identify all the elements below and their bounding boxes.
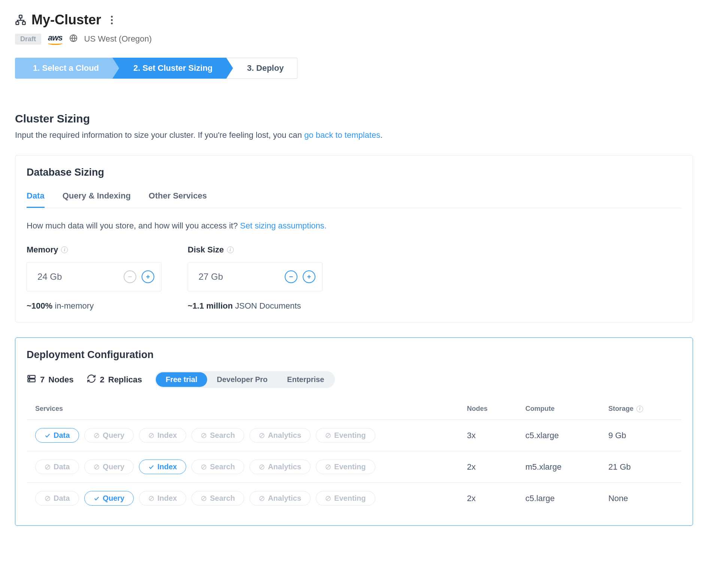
chip-label: Analytics <box>268 431 301 440</box>
memory-increment-button[interactable] <box>142 270 154 283</box>
service-chip-query[interactable]: Query <box>84 428 134 443</box>
svg-line-23 <box>327 434 330 437</box>
aws-logo: aws <box>48 33 63 45</box>
chip-label: Analytics <box>268 463 301 471</box>
info-icon[interactable]: i <box>227 246 234 253</box>
service-chip-eventing[interactable]: Eventing <box>316 428 375 443</box>
plan-free-trial[interactable]: Free trial <box>156 372 207 387</box>
disk-subtext: ~1.1 million JSON Documents <box>188 301 323 311</box>
disk-decrement-button[interactable] <box>285 270 297 283</box>
nodes-summary: 7 Nodes <box>27 374 74 386</box>
table-row: DataQueryIndexSearchAnalyticsEventing3xc… <box>27 420 681 451</box>
service-chip-query[interactable]: Query <box>84 491 134 506</box>
step-deploy[interactable]: 3. Deploy <box>226 58 298 79</box>
go-back-templates-link[interactable]: go back to templates <box>304 130 380 140</box>
service-chip-search[interactable]: Search <box>191 491 244 506</box>
service-chip-analytics[interactable]: Analytics <box>249 460 311 474</box>
refresh-icon <box>87 374 96 386</box>
check-icon <box>148 464 154 470</box>
cell-compute: c5.large <box>517 483 600 514</box>
ban-icon <box>259 495 265 501</box>
service-chip-index[interactable]: Index <box>139 428 186 443</box>
chip-label: Index <box>157 463 177 471</box>
status-badge: Draft <box>15 34 41 45</box>
plan-developer-pro[interactable]: Developer Pro <box>207 372 278 387</box>
section-desc-text: Input the required information to size y… <box>15 130 304 140</box>
service-chip-data[interactable]: Data <box>35 491 79 506</box>
service-chip-search[interactable]: Search <box>191 460 244 474</box>
chip-label: Search <box>210 431 235 440</box>
cell-compute: c5.xlarge <box>517 420 600 451</box>
check-icon <box>94 495 100 501</box>
service-chip-analytics[interactable]: Analytics <box>249 428 311 443</box>
th-services: Services <box>27 398 459 420</box>
tab-query-indexing[interactable]: Query & Indexing <box>63 187 131 208</box>
chip-label: Search <box>210 494 235 503</box>
deployment-config-card: Deployment Configuration 7 Nodes 2 Repli… <box>15 337 693 526</box>
memory-value: 24 Gb <box>37 272 62 282</box>
cluster-icon <box>15 14 26 25</box>
service-chip-index[interactable]: Index <box>139 491 186 506</box>
memory-decrement-button[interactable] <box>124 270 136 283</box>
service-chip-search[interactable]: Search <box>191 428 244 443</box>
cell-storage: None <box>600 483 681 514</box>
service-chip-index[interactable]: Index <box>139 460 186 474</box>
ban-icon <box>201 464 207 470</box>
disk-label: Disk Size <box>188 245 224 255</box>
plan-enterprise[interactable]: Enterprise <box>277 372 334 387</box>
step-cluster-sizing[interactable]: 2. Set Cluster Sizing <box>112 58 226 79</box>
cell-storage: 21 Gb <box>600 451 681 483</box>
ban-icon <box>325 464 331 470</box>
page-title: My-Cluster <box>31 12 101 28</box>
db-body-text: How much data will you store, and how wi… <box>27 221 240 230</box>
ban-icon <box>94 433 100 439</box>
more-menu-button[interactable] <box>106 15 117 25</box>
ban-icon <box>201 495 207 501</box>
tab-other-services[interactable]: Other Services <box>149 187 207 208</box>
th-nodes: Nodes <box>459 398 517 420</box>
step-select-cloud[interactable]: 1. Select a Cloud <box>15 58 112 79</box>
svg-line-33 <box>327 466 330 469</box>
svg-line-25 <box>46 466 49 469</box>
svg-rect-1 <box>16 22 19 25</box>
svg-line-15 <box>95 434 98 437</box>
chip-label: Eventing <box>334 463 366 471</box>
service-chip-data[interactable]: Data <box>35 460 79 474</box>
ban-icon <box>148 433 154 439</box>
db-card-title: Database Sizing <box>27 167 681 178</box>
chip-label: Analytics <box>268 494 301 503</box>
service-chip-eventing[interactable]: Eventing <box>316 491 375 506</box>
step-bar: 1. Select a Cloud 2. Set Cluster Sizing … <box>15 58 693 79</box>
svg-line-17 <box>150 434 153 437</box>
service-chip-query[interactable]: Query <box>84 460 134 474</box>
svg-line-31 <box>260 466 263 469</box>
disk-increment-button[interactable] <box>303 270 315 283</box>
tab-data[interactable]: Data <box>27 187 45 208</box>
ban-icon <box>325 433 331 439</box>
svg-rect-0 <box>19 15 22 18</box>
dep-card-title: Deployment Configuration <box>27 349 681 361</box>
cell-compute: m5.xlarge <box>517 451 600 483</box>
region-label: US West (Oregon) <box>84 34 152 44</box>
chip-label: Eventing <box>334 494 366 503</box>
set-sizing-assumptions-link[interactable]: Set sizing assumptions. <box>240 221 327 230</box>
table-row: DataQueryIndexSearchAnalyticsEventing2xc… <box>27 483 681 514</box>
info-icon[interactable]: i <box>61 246 68 253</box>
svg-point-12 <box>29 376 30 377</box>
cell-nodes: 3x <box>459 420 517 451</box>
memory-stepper: 24 Gb <box>27 262 161 291</box>
svg-point-13 <box>29 380 30 381</box>
cell-nodes: 2x <box>459 451 517 483</box>
chip-label: Eventing <box>334 431 366 440</box>
plan-segmented-control: Free trial Developer Pro Enterprise <box>155 371 335 388</box>
service-chip-eventing[interactable]: Eventing <box>316 460 375 474</box>
th-compute: Compute <box>517 398 600 420</box>
chip-label: Data <box>54 431 70 440</box>
section-description: Input the required information to size y… <box>15 130 693 140</box>
svg-line-39 <box>202 497 205 500</box>
service-chip-analytics[interactable]: Analytics <box>249 491 311 506</box>
disk-value: 27 Gb <box>199 272 223 282</box>
info-icon[interactable]: i <box>636 406 643 412</box>
chip-label: Data <box>54 463 70 471</box>
service-chip-data[interactable]: Data <box>35 428 79 443</box>
